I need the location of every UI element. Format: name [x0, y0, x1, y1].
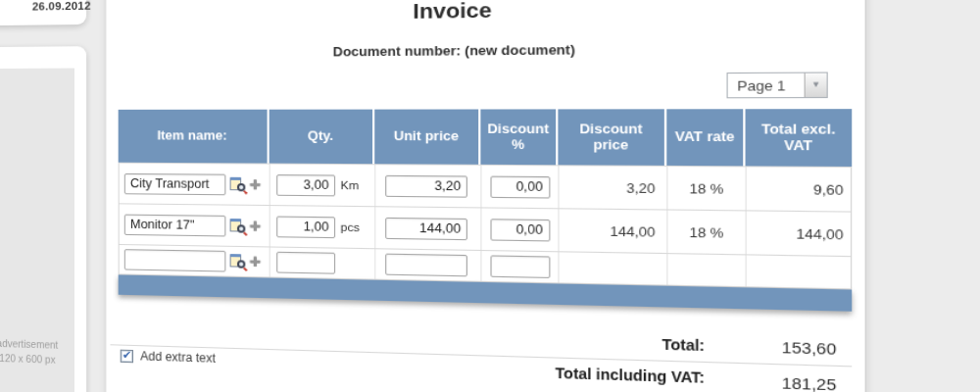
- unit-price-input[interactable]: [385, 174, 467, 197]
- unit-label: Km: [341, 179, 360, 192]
- vat-rate-cell: 18 %: [667, 211, 746, 255]
- unit-price-input[interactable]: [385, 217, 467, 239]
- discount-price-cell: [560, 252, 668, 284]
- unit-price-cell: [375, 165, 481, 207]
- item-lookup-icon[interactable]: [230, 254, 247, 270]
- chevron-down-icon: ▼: [811, 80, 821, 89]
- item-lookup-icon[interactable]: [230, 176, 247, 192]
- screenshot-viewport: 26.09.2012 advertisement 120 x 600 px In…: [0, 0, 980, 392]
- total-incl-vat-value: 181,25: [705, 371, 836, 392]
- magnifier-handle-icon: [243, 268, 247, 271]
- item-name-cell: ✚: [120, 164, 270, 205]
- column-header-unit-price: Unit price: [374, 109, 480, 164]
- discount-price-cell: 3,20: [560, 166, 668, 209]
- add-item-icon[interactable]: ✚: [250, 255, 262, 269]
- table-body: ✚ Km 3,20 18 % 9,60: [119, 163, 853, 290]
- unit-price-cell: [375, 207, 481, 250]
- check-icon: ✔: [122, 349, 131, 360]
- discount-pct-input[interactable]: [490, 255, 550, 278]
- advertisement-size-label: 120 x 600 px: [0, 352, 74, 366]
- add-item-icon[interactable]: ✚: [250, 220, 262, 233]
- page-selector-dropdown-button[interactable]: ▼: [805, 74, 827, 97]
- unit-price-cell: [375, 249, 481, 281]
- column-header-vat-rate: VAT rate: [666, 109, 745, 166]
- discount-pct-cell: [481, 166, 559, 208]
- qty-cell: [270, 248, 376, 279]
- discount-pct-cell: [481, 251, 559, 282]
- vat-rate-cell: 18 %: [667, 167, 746, 210]
- page-stage: 26.09.2012 advertisement 120 x 600 px In…: [0, 0, 980, 392]
- item-name-cell: ✚: [120, 204, 270, 246]
- add-item-icon[interactable]: ✚: [250, 177, 262, 191]
- add-extra-text-checkbox[interactable]: ✔: [121, 349, 133, 363]
- advertisement-label: advertisement: [0, 337, 74, 351]
- page-selector-value: Page 1: [728, 77, 805, 94]
- unit-label: pcs: [341, 220, 360, 233]
- qty-input[interactable]: [276, 174, 335, 196]
- qty-cell: Km: [270, 165, 376, 207]
- item-name-cell: ✚: [120, 245, 270, 277]
- item-name-input[interactable]: [124, 172, 226, 194]
- vat-rate-cell: [667, 254, 746, 286]
- magnifier-handle-icon: [243, 190, 247, 194]
- column-header-discount-pct: Discount %: [480, 109, 558, 165]
- discount-pct-input[interactable]: [490, 219, 550, 241]
- add-extra-text-label: Add extra text: [140, 349, 216, 366]
- unit-price-input[interactable]: [385, 254, 467, 277]
- invoice-table: Item name: Qty. Unit price Discount % Di…: [119, 109, 853, 312]
- total-excl-vat-cell: 144,00: [747, 211, 854, 256]
- magnifier-handle-icon: [243, 231, 247, 235]
- total-value: 153,60: [705, 336, 836, 358]
- discount-pct-cell: [481, 208, 559, 251]
- column-header-item-name: Item name:: [119, 110, 270, 164]
- item-lookup-icon[interactable]: [230, 218, 247, 233]
- column-header-total-excl-vat: Total excl. VAT: [746, 109, 853, 167]
- page-selector[interactable]: Page 1 ▼: [727, 72, 828, 98]
- qty-cell: pcs: [270, 206, 376, 248]
- total-excl-vat-cell: 9,60: [747, 167, 854, 211]
- current-date: 26.09.2012: [32, 0, 91, 13]
- qty-input[interactable]: [276, 216, 335, 238]
- item-name-input[interactable]: [124, 214, 226, 236]
- add-extra-text-row: ✔ Add extra text: [121, 349, 216, 366]
- total-excl-vat-cell: [747, 255, 854, 288]
- discount-pct-input[interactable]: [490, 175, 550, 198]
- discount-price-cell: 144,00: [560, 209, 668, 253]
- qty-input[interactable]: [276, 252, 335, 274]
- column-header-qty: Qty.: [270, 110, 375, 165]
- table-header-row: Item name: Qty. Unit price Discount % Di…: [119, 109, 853, 167]
- item-name-input[interactable]: [124, 249, 226, 271]
- column-header-discount-price: Discount price: [558, 109, 666, 166]
